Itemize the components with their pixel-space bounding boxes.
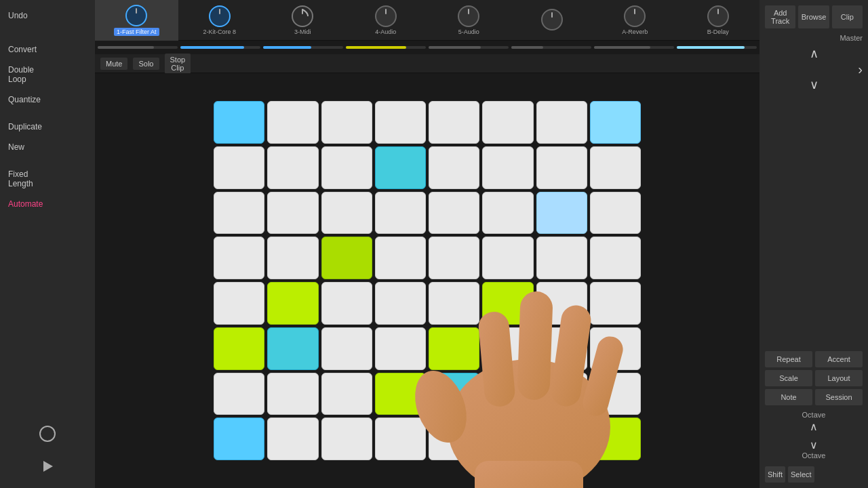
pad-1-1[interactable]	[267, 146, 318, 189]
browse-button[interactable]: Browse	[798, 5, 829, 28]
play-button[interactable]	[0, 450, 95, 483]
pad-1-7[interactable]	[590, 146, 641, 189]
pad-3-3[interactable]	[375, 237, 426, 279]
shift-button[interactable]: Shift	[765, 466, 785, 483]
select-button[interactable]: Select	[788, 466, 814, 483]
solo-button[interactable]: Solo	[133, 58, 159, 70]
clip-button[interactable]: Clip	[832, 5, 863, 28]
add-track-button[interactable]: Add Track	[765, 5, 795, 28]
pad-3-4[interactable]	[429, 237, 479, 279]
octave-down-button[interactable]: ∨	[810, 439, 818, 451]
vol-track-5[interactable]	[429, 46, 509, 49]
layout-button[interactable]: Layout	[815, 370, 863, 386]
undo-button[interactable]: Undo	[0, 5, 95, 26]
vol-track-3[interactable]	[263, 46, 343, 49]
accent-button[interactable]: Accent	[815, 351, 863, 367]
track-item-1[interactable]: 1-Fast Filter At	[95, 0, 178, 41]
pad-2-6[interactable]	[536, 192, 587, 235]
track-item-5[interactable]: 5-Audio	[427, 0, 511, 41]
pad-0-4[interactable]	[429, 101, 479, 144]
pad-0-6[interactable]	[536, 101, 587, 144]
pad-2-3[interactable]	[375, 192, 426, 235]
pad-3-1[interactable]	[267, 237, 318, 279]
pad-7-0[interactable]	[214, 418, 264, 460]
track-item-8[interactable]: B-Delay	[677, 0, 760, 41]
pad-3-2[interactable]	[321, 237, 372, 279]
pad-5-4[interactable]	[429, 327, 479, 370]
pad-5-5[interactable]	[482, 327, 533, 370]
pad-0-3[interactable]	[375, 101, 426, 144]
track-item-6[interactable]	[511, 0, 594, 41]
pad-0-7[interactable]	[590, 101, 641, 144]
pad-2-1[interactable]	[267, 192, 318, 235]
nav-right-button[interactable]: ›	[858, 62, 863, 76]
pad-4-7[interactable]	[590, 282, 641, 325]
repeat-button[interactable]: Repeat	[765, 351, 812, 367]
pad-3-7[interactable]	[590, 237, 641, 279]
vol-track-4[interactable]	[346, 46, 426, 49]
pad-1-0[interactable]	[214, 146, 264, 189]
pad-5-2[interactable]	[321, 327, 372, 370]
pad-4-2[interactable]	[321, 282, 372, 325]
pad-5-7[interactable]	[590, 327, 641, 370]
pad-6-3[interactable]	[375, 373, 426, 415]
fixed-length-button[interactable]: Fixed Length	[0, 164, 95, 194]
session-button[interactable]: Session	[815, 389, 863, 405]
pad-2-4[interactable]	[429, 192, 479, 235]
pad-2-5[interactable]	[482, 192, 533, 235]
pad-4-5[interactable]	[482, 282, 533, 325]
pad-3-5[interactable]	[482, 237, 533, 279]
pad-7-2[interactable]	[321, 418, 372, 460]
new-button[interactable]: New	[0, 137, 95, 157]
nav-up-button[interactable]: ∧	[810, 47, 818, 60]
pad-2-7[interactable]	[590, 192, 641, 235]
pad-7-7[interactable]	[590, 418, 641, 460]
vol-track-8[interactable]	[677, 46, 757, 49]
pad-0-5[interactable]	[482, 101, 533, 144]
pad-4-0[interactable]	[214, 282, 264, 325]
pad-1-2[interactable]	[321, 146, 372, 189]
nav-down-button[interactable]: ∨	[810, 79, 818, 91]
vol-track-6[interactable]	[511, 46, 591, 49]
vol-track-2[interactable]	[180, 46, 260, 49]
pad-5-6[interactable]	[536, 327, 587, 370]
pad-6-1[interactable]	[267, 373, 318, 415]
pad-3-0[interactable]	[214, 237, 264, 279]
pad-3-6[interactable]	[536, 237, 587, 279]
vol-track-1[interactable]	[98, 46, 178, 49]
track-item-2[interactable]: 2-Kit-Core 8	[178, 0, 262, 41]
pad-0-0[interactable]	[214, 101, 264, 144]
note-button[interactable]: Note	[765, 389, 812, 405]
pad-6-0[interactable]	[214, 373, 264, 415]
automate-button[interactable]: Automate	[0, 194, 95, 214]
pad-4-1[interactable]	[267, 282, 318, 325]
pad-4-4[interactable]	[429, 282, 479, 325]
pad-0-1[interactable]	[267, 101, 318, 144]
pad-5-0[interactable]	[214, 327, 264, 370]
pad-7-1[interactable]	[267, 418, 318, 460]
pad-1-5[interactable]	[482, 146, 533, 189]
octave-up-button[interactable]: ∧	[810, 420, 818, 433]
pad-6-4[interactable]	[429, 373, 479, 415]
pad-2-0[interactable]	[214, 192, 264, 235]
pad-6-7[interactable]	[590, 373, 641, 415]
pad-6-5[interactable]	[482, 373, 533, 415]
duplicate-button[interactable]: Duplicate	[0, 117, 95, 137]
pad-4-3[interactable]	[375, 282, 426, 325]
stop-clip-button[interactable]: Stop Clip	[165, 54, 191, 74]
pad-5-3[interactable]	[375, 327, 426, 370]
pad-0-2[interactable]	[321, 101, 372, 144]
track-item-7[interactable]: A-Reverb	[593, 0, 677, 41]
pad-7-5[interactable]	[482, 418, 533, 460]
record-button[interactable]	[0, 418, 95, 450]
pad-1-4[interactable]	[429, 146, 479, 189]
double-loop-button[interactable]: Double Loop	[0, 60, 95, 89]
pad-5-1[interactable]	[267, 327, 318, 370]
pad-7-4[interactable]	[429, 418, 479, 460]
track-item-3[interactable]: 3-Midi	[261, 0, 344, 41]
pad-6-6[interactable]	[536, 373, 587, 415]
pad-6-2[interactable]	[321, 373, 372, 415]
track-item-4[interactable]: 4-Audio	[344, 0, 428, 41]
mute-button[interactable]: Mute	[100, 58, 127, 70]
pad-2-2[interactable]	[321, 192, 372, 235]
